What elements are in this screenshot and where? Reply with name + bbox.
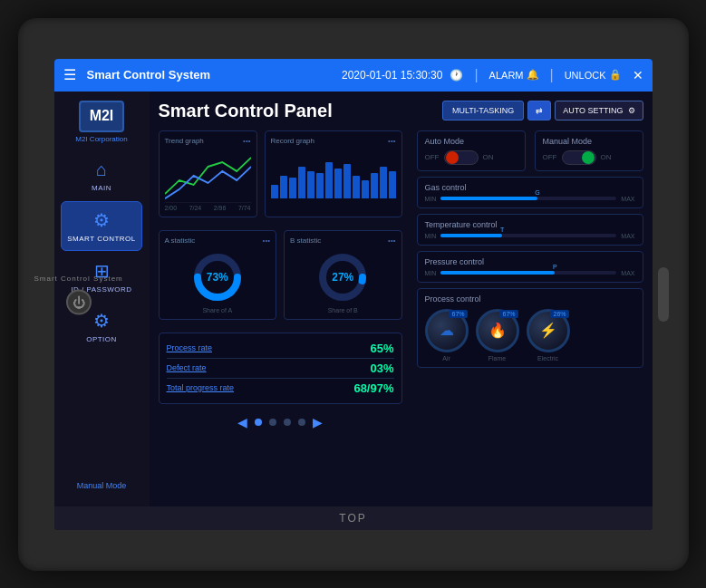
panel-title: Smart Control Panel [159, 101, 442, 121]
temp-slider-fill [440, 234, 502, 237]
pressure-slider-track[interactable]: P [440, 271, 616, 275]
prev-page-button[interactable]: ◀ [237, 415, 247, 429]
logo-box: M2I [79, 101, 124, 132]
pressure-control-title: Pressure control [425, 257, 635, 266]
flame-label: Flame [488, 355, 506, 361]
manual-mode-box: Manual Mode OFF ON [535, 130, 643, 171]
a-stat-value: 73% [207, 271, 228, 284]
side-slider[interactable] [658, 267, 669, 322]
pressure-control: Pressure control MIN P MAX [417, 251, 643, 283]
manual-mode-toggle-track[interactable] [562, 150, 596, 165]
auto-mode-off-label: OFF [425, 153, 440, 161]
auto-setting-label: AUTO SETTING [563, 106, 623, 115]
trend-graph-title: Trend graph [165, 137, 204, 145]
power-label: Smart Control System [34, 274, 123, 282]
process-rate-label[interactable]: Process rate [167, 343, 213, 352]
temp-slider-track[interactable]: T [440, 234, 616, 237]
bar-2 [289, 178, 296, 198]
page-dot-1[interactable] [269, 419, 276, 426]
temperature-control-title: Temperature control [425, 220, 635, 229]
close-button[interactable]: ✕ [633, 68, 643, 82]
page-dot-2[interactable] [284, 419, 291, 426]
pressure-slider-fill [440, 271, 555, 275]
pressure-slider-max: MAX [621, 270, 634, 276]
charts-row: Trend graph ••• [159, 130, 402, 217]
bar-7 [334, 169, 342, 198]
alarm-text: ALARM [489, 70, 524, 81]
b-stat-sub: Share of B [328, 307, 358, 313]
unlock-label[interactable]: UNLOCK 🔒 [565, 69, 622, 81]
auto-mode-on-label: ON [483, 153, 494, 161]
logo-subtitle: M2I Corporation [75, 135, 127, 143]
temp-slider-row: MIN T MAX [425, 233, 635, 239]
a-stat-options[interactable]: ••• [263, 236, 270, 245]
screen: ☰ Smart Control System 2020-01-01 15:30:… [54, 59, 653, 530]
a-stat-donut: 73% [190, 250, 245, 304]
process-control-title: Process control [425, 294, 635, 304]
electric-icon: ⚡ [539, 322, 557, 339]
share-button[interactable]: ⇄ [527, 101, 551, 120]
defect-rate-label[interactable]: Defect rate [167, 363, 207, 372]
trend-graph-area [165, 149, 251, 203]
device: Smart Control System ⏻ ☰ Smart Control S… [18, 18, 689, 571]
sidebar-manual-mode[interactable]: Manual Mode [70, 474, 134, 497]
total-rate-value: 68/97% [353, 381, 393, 395]
record-graph-header: Record graph ••• [271, 137, 396, 145]
gas-control: Gas control MIN G MAX [417, 177, 643, 208]
bar-11 [371, 173, 378, 198]
rates-section: Process rate 65% Defect rate 03% Total p… [159, 333, 402, 404]
a-stat-title: A statistic [165, 236, 196, 245]
trend-graph-header: Trend graph ••• [165, 137, 251, 145]
pressure-slider-thumb: P [553, 264, 557, 270]
record-graph-area [271, 149, 396, 203]
pagination: ◀ ▶ [159, 415, 402, 429]
home-icon: ⌂ [96, 159, 107, 180]
topbar-divider: | [474, 67, 478, 83]
air-knob-item: ☁ 67% Air [425, 309, 469, 361]
sidebar-option-label: OPTION [86, 335, 117, 343]
topbar-title: Smart Control System [87, 68, 335, 82]
sidebar-item-main[interactable]: ⌂ MAIN [61, 152, 142, 199]
record-graph-title: Record graph [271, 137, 314, 145]
trend-graph-options[interactable]: ••• [243, 137, 250, 145]
page-dot-0[interactable] [255, 419, 262, 426]
b-stat-donut: 27% [315, 250, 370, 304]
air-knob[interactable]: ☁ 67% [425, 309, 469, 352]
total-rate-label[interactable]: Total progress rate [167, 383, 235, 392]
bottom-bar: TOP [54, 506, 653, 530]
sidebar-item-smart-control[interactable]: ⚙ SMART CONTROL [61, 201, 142, 251]
a-stat-header: A statistic ••• [165, 236, 271, 245]
manual-mode-thumb [582, 151, 595, 164]
panel-area: Smart Control Panel MULTI-TASKING ⇄ AUTO… [150, 92, 653, 506]
power-button[interactable]: ⏻ [66, 289, 92, 314]
bar-0 [271, 185, 278, 198]
modes-row: Auto Mode OFF ON Manual M [417, 130, 643, 171]
auto-setting-button[interactable]: AUTO SETTING ⚙ [555, 101, 643, 120]
b-stat-options[interactable]: ••• [388, 236, 395, 245]
unlock-text: UNLOCK [565, 70, 606, 81]
page-dot-3[interactable] [298, 419, 305, 426]
auto-mode-toggle-track[interactable] [444, 150, 479, 165]
next-page-button[interactable]: ▶ [313, 415, 323, 429]
menu-icon[interactable]: ☰ [63, 66, 76, 83]
process-knobs: ☁ 67% Air 🔥 67% [425, 309, 635, 361]
auto-mode-title: Auto Mode [425, 137, 517, 146]
bar-13 [389, 171, 396, 198]
gas-control-title: Gas control [425, 183, 635, 192]
b-stat-value: 27% [332, 271, 353, 284]
electric-knob[interactable]: ⚡ 26% [527, 309, 570, 352]
record-graph-options[interactable]: ••• [388, 137, 395, 145]
alarm-label[interactable]: ALARM 🔔 [489, 69, 539, 81]
label-0: 2/00 [165, 205, 178, 211]
manual-mode-off-label: OFF [543, 153, 557, 161]
flame-knob[interactable]: 🔥 67% [476, 309, 519, 352]
power-button-area: Smart Control System ⏻ [34, 274, 123, 314]
gas-slider-track[interactable]: G [440, 197, 616, 200]
multitasking-button[interactable]: MULTI-TASKING [442, 101, 524, 120]
bar-12 [380, 167, 387, 198]
panel-body: Trend graph ••• [159, 130, 643, 497]
sidebar-smart-control-label: SMART CONTROL [67, 235, 136, 243]
b-statistic: B statistic ••• 27% [284, 230, 402, 320]
defect-rate-row: Defect rate 03% [167, 359, 394, 379]
temp-slider-thumb: T [500, 227, 504, 233]
